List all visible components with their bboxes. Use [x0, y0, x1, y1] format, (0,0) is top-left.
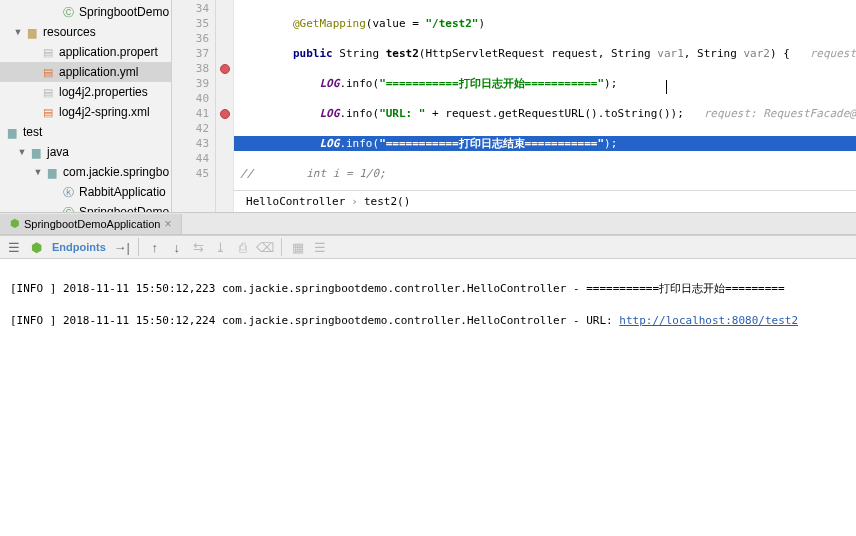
line-number: 37 [172, 46, 209, 61]
breakpoint-icon[interactable] [220, 109, 230, 119]
line-gutter[interactable]: 34 35 36 37 38 39 40 41 42 43 44 45 [172, 0, 216, 212]
text-cursor-icon [666, 80, 667, 94]
package-icon: ▆ [44, 164, 60, 180]
clear-icon[interactable]: ⌫ [255, 237, 275, 257]
line-number: 35 [172, 16, 209, 31]
breakpoint-icon[interactable] [220, 64, 230, 74]
line-number: 40 [172, 91, 209, 106]
selected-line: LOG.info("===========打印日志结束===========")… [234, 136, 856, 151]
tree-item[interactable]: ▼▆java [0, 142, 171, 162]
tree-label: SpringbootDemo [79, 5, 169, 19]
line-number: 39 [172, 76, 209, 91]
line-number: 36 [172, 31, 209, 46]
console-tab-icon[interactable]: ☰ [4, 237, 24, 257]
folder-icon: ▆ [24, 24, 40, 40]
tree-label: application.yml [59, 65, 138, 79]
up-stack-icon[interactable]: ↑ [145, 237, 165, 257]
log-line: [INFO ] 2018-11-11 15:50:12,223 com.jack… [10, 281, 846, 297]
filter-icon[interactable]: ▦ [288, 237, 308, 257]
line-number: 41 [172, 106, 209, 121]
expand-arrow-icon[interactable]: ▼ [32, 167, 44, 177]
tree-item[interactable]: ▆test [0, 122, 171, 142]
tree-label: RabbitApplicatio [79, 185, 166, 199]
xml-file-icon: ▤ [40, 104, 56, 120]
separator [281, 238, 282, 256]
line-number: 38 [172, 61, 209, 76]
line-number: 45 [172, 166, 209, 181]
expand-arrow-icon[interactable]: ▼ [12, 27, 24, 37]
separator [138, 238, 139, 256]
settings-icon[interactable]: ☰ [310, 237, 330, 257]
folder-icon: ▆ [4, 124, 20, 140]
down-stack-icon[interactable]: ↓ [167, 237, 187, 257]
tree-item-selected[interactable]: ▤application.yml [0, 62, 171, 82]
class-icon: Ⓒ [60, 204, 76, 212]
line-number: 34 [172, 1, 209, 16]
tree-label: log4j2.properties [59, 85, 148, 99]
endpoints-tab[interactable]: Endpoints [52, 241, 106, 253]
folder-icon: ▆ [28, 144, 44, 160]
console-url-link[interactable]: http://localhost:8080/test2 [619, 314, 798, 327]
tree-item[interactable]: ▼▆com.jackie.springbo [0, 162, 171, 182]
line-number: 43 [172, 136, 209, 151]
spring-icon: ⬢ [10, 217, 20, 230]
log-line: [INFO ] 2018-11-11 15:50:12,224 com.jack… [10, 313, 846, 329]
tree-label: com.jackie.springbo [63, 165, 169, 179]
tree-item[interactable]: ▤log4j2.properties [0, 82, 171, 102]
close-icon[interactable]: × [164, 217, 171, 231]
tree-item[interactable]: ▼▆resources [0, 22, 171, 42]
actuator-icon[interactable]: ⬢ [26, 237, 46, 257]
tree-label: SpringbootDemo [79, 205, 169, 212]
tree-item[interactable]: ▤application.propert [0, 42, 171, 62]
console-output[interactable]: [INFO ] 2018-11-11 15:50:12,223 com.jack… [0, 259, 856, 351]
annotation: @GetMapping [293, 17, 366, 30]
tree-label: resources [43, 25, 96, 39]
code-editor[interactable]: 34 35 36 37 38 39 40 41 42 43 44 45 @Get… [172, 0, 856, 212]
soft-wrap-icon[interactable]: ⇆ [189, 237, 209, 257]
breadcrumb-bar[interactable]: HelloController › test2() [234, 190, 856, 212]
print-icon[interactable]: ⎙ [233, 237, 253, 257]
tree-label: application.propert [59, 45, 158, 59]
line-number: 44 [172, 151, 209, 166]
class-icon: Ⓒ [60, 4, 76, 20]
properties-file-icon: ▤ [40, 44, 56, 60]
run-config-tab[interactable]: ⬢ SpringbootDemoApplication × [0, 214, 182, 234]
run-tab-bar: ⬢ SpringbootDemoApplication × [0, 213, 856, 235]
run-tab-label: SpringbootDemoApplication [24, 218, 160, 230]
scroll-end-icon[interactable]: ⤓ [211, 237, 231, 257]
tree-item[interactable]: ⒸSpringbootDemo [0, 2, 171, 22]
tree-item[interactable]: ▤log4j2-spring.xml [0, 102, 171, 122]
yaml-file-icon: ▤ [40, 64, 56, 80]
gutter-annotations [216, 0, 234, 212]
tree-label: java [47, 145, 69, 159]
expand-arrow-icon[interactable]: ▼ [16, 147, 28, 157]
tree-item[interactable]: ⒸSpringbootDemo [0, 202, 171, 212]
properties-file-icon: ▤ [40, 84, 56, 100]
console-toolbar: ☰ ⬢ Endpoints →| ↑ ↓ ⇆ ⤓ ⎙ ⌫ ▦ ☰ [0, 235, 856, 259]
breadcrumb-method[interactable]: test2() [364, 194, 410, 209]
breadcrumb-class[interactable]: HelloController [246, 194, 345, 209]
project-tree[interactable]: ⒸSpringbootDemo ▼▆resources ▤application… [0, 0, 172, 212]
tree-label: log4j2-spring.xml [59, 105, 150, 119]
tree-item[interactable]: ⓚRabbitApplicatio [0, 182, 171, 202]
chevron-right-icon: › [351, 194, 358, 209]
attach-icon[interactable]: →| [112, 237, 132, 257]
tree-label: test [23, 125, 42, 139]
code-content[interactable]: @GetMapping(value = "/test2") public Str… [234, 0, 856, 212]
line-number: 42 [172, 121, 209, 136]
kotlin-file-icon: ⓚ [60, 184, 76, 200]
